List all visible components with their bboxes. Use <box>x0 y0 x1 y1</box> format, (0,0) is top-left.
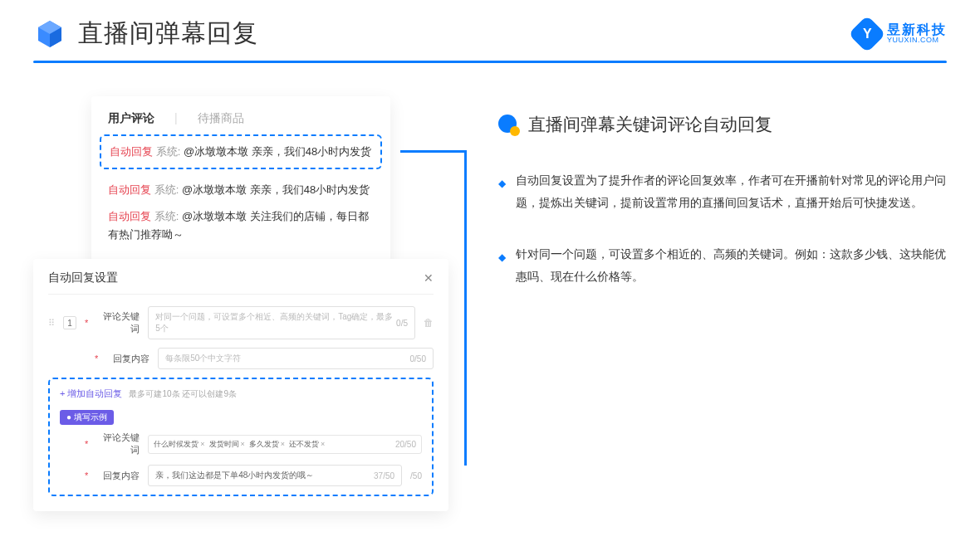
keyword-input[interactable]: 对同一个问题，可设置多个相近、高频的关键词，Tag确定，最多5个 0/5 <box>148 306 415 339</box>
logo-cn: 昱新科技 <box>887 23 947 37</box>
bullet-item: ◆ 自动回复设置为了提升作者的评论回复效率，作者可在开播前针对常见的评论用户问题… <box>498 169 947 213</box>
example-badge: ● 填写示例 <box>60 410 114 425</box>
drag-handle-icon[interactable]: ⠿ <box>48 318 55 329</box>
settings-card: 自动回复设置 ✕ ⠿ 1 * 评论关键词 对同一个问题，可设置多个相近、高频的关… <box>33 259 448 511</box>
close-icon[interactable]: ✕ <box>424 271 434 285</box>
content-input[interactable]: 每条限50个中文字符 0/50 <box>158 348 434 369</box>
tab-comments[interactable]: 用户评论 <box>108 111 154 126</box>
cube-icon <box>33 17 66 51</box>
page-title: 直播间弹幕回复 <box>78 17 258 51</box>
index-badge: 1 <box>63 316 76 329</box>
bullet-item: ◆ 针对同一个问题，可设置多个相近的、高频的关键词。例如：这款多少钱、这块能优惠… <box>498 243 947 287</box>
add-reply-link[interactable]: + 增加自动回复 <box>60 388 122 400</box>
example-tags-input[interactable]: 什么时候发货× 发货时间× 多久发货× 还不发货× 20/50 <box>148 435 422 454</box>
trash-icon[interactable]: 🗑 <box>424 317 434 329</box>
diamond-icon: ◆ <box>498 248 506 287</box>
comment-row: 自动回复 系统: @冰墩墩本墩 关注我们的店铺，每日都有热门推荐呦～ <box>108 207 374 244</box>
tab-products[interactable]: 待播商品 <box>198 111 244 126</box>
company-logo: Y 昱新科技 YUUXIN.COM <box>854 21 947 47</box>
logo-en: YUUXIN.COM <box>887 37 947 44</box>
comments-card: 用户评论 | 待播商品 自动回复 系统: @冰墩墩本墩 亲亲，我们48小时内发货… <box>91 96 390 267</box>
diamond-icon: ◆ <box>498 174 506 213</box>
example-content-input[interactable]: 亲，我们这边都是下单48小时内发货的哦～ 37/50 <box>148 465 402 486</box>
settings-title: 自动回复设置 <box>48 271 118 285</box>
comment-row-highlighted: 自动回复 系统: @冰墩墩本墩 亲亲，我们48小时内发货 <box>100 134 382 169</box>
section-dot-icon <box>498 115 518 134</box>
auto-reply-tag: 自动回复 <box>110 145 153 158</box>
content-label: 回复内容 <box>106 353 149 365</box>
logo-badge-icon: Y <box>848 15 885 52</box>
section-title: 直播间弹幕关键词评论自动回复 <box>528 113 772 136</box>
keyword-label: 评论关键词 <box>96 310 140 335</box>
example-block: + 增加自动回复 最多可建10条 还可以创建9条 ● 填写示例 * 评论关键词 … <box>48 378 434 496</box>
comment-row: 自动回复 系统: @冰墩墩本墩 亲亲，我们48小时内发货 <box>108 181 374 199</box>
